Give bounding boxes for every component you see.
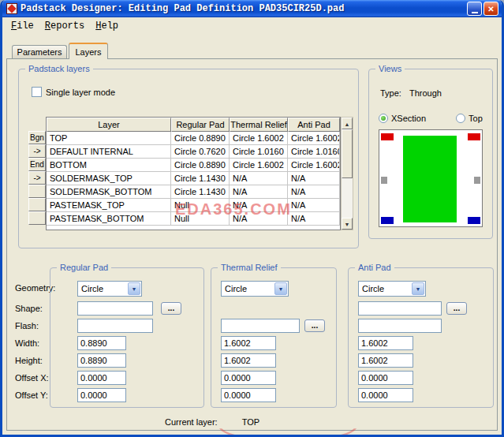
layer-cell[interactable]: Circle 1.0160	[230, 145, 288, 159]
layer-cell[interactable]: Circle 1.6002	[230, 159, 288, 172]
layer-cell[interactable]: Circle 0.7620	[171, 145, 230, 159]
bottom-pad-left	[381, 217, 394, 224]
layer-cell[interactable]: PASTEMASK_TOP	[47, 199, 171, 212]
layer-row[interactable]: SOLDERMASK_TOPCircle 1.1430N/AN/A	[47, 172, 340, 185]
layer-marker-button[interactable]: Bgn	[28, 131, 46, 144]
tab-parameters[interactable]: Parameters	[12, 45, 67, 59]
column-header[interactable]: Anti Pad	[288, 118, 340, 132]
layer-cell[interactable]: N/A	[230, 212, 288, 226]
anti-pad-height-input[interactable]	[358, 353, 413, 368]
flash-label: Flash:	[15, 321, 39, 331]
anti-pad-width-input[interactable]	[358, 336, 413, 350]
layer-row[interactable]: BOTTOMCircle 0.8890Circle 1.6002Circle 1…	[47, 159, 340, 172]
table-scrollbar[interactable]: ▲ ▼	[341, 117, 353, 230]
layer-row[interactable]: PASTEMASK_TOPNullN/AN/A	[47, 199, 340, 212]
xsection-radio[interactable]	[379, 114, 388, 123]
xsection-preview	[379, 129, 483, 227]
top-radio[interactable]	[456, 114, 465, 123]
chevron-down-icon[interactable]: ▼	[128, 282, 140, 295]
anti-pad-geometry-select[interactable]: Circle ▼	[358, 281, 426, 297]
regular-pad-shape-browse-button[interactable]: ...	[161, 302, 181, 315]
current-layer-value: TOP	[242, 417, 259, 427]
thermal-relief-flash-input[interactable]	[221, 319, 300, 333]
layer-cell[interactable]: N/A	[288, 185, 340, 199]
regular-pad-offset-y-input[interactable]	[77, 388, 126, 402]
layer-cell[interactable]: Circle 1.6002	[288, 132, 340, 145]
layer-marker-button[interactable]: End	[28, 158, 46, 171]
layer-cell[interactable]: N/A	[230, 199, 288, 212]
checkbox-icon[interactable]	[32, 87, 42, 97]
scroll-down-icon[interactable]: ▼	[342, 218, 353, 230]
layer-cell[interactable]: N/A	[288, 212, 340, 226]
regular-pad-offset-x-input[interactable]	[77, 371, 126, 385]
regular-pad-geometry-select[interactable]: Circle ▼	[77, 281, 142, 297]
layer-marker-button[interactable]	[28, 198, 46, 211]
checkbox-label: Single layer mode	[46, 88, 115, 97]
layer-cell[interactable]: N/A	[230, 185, 288, 199]
layer-cell[interactable]: Null	[171, 212, 230, 226]
layer-cell[interactable]: DEFAULT INTERNAL	[47, 145, 171, 159]
anti-pad-offset-y-input[interactable]	[358, 388, 413, 402]
thermal-relief-height-input[interactable]	[221, 353, 276, 368]
layers-table: Bgn->End-> LayerRegular PadThermal Relie…	[28, 117, 353, 230]
layer-marker-button[interactable]: ->	[28, 171, 46, 185]
layer-marker-button[interactable]: ->	[28, 144, 46, 158]
thermal-relief-width-input[interactable]	[221, 336, 276, 350]
layer-cell[interactable]: Null	[171, 199, 230, 212]
layer-row[interactable]: SOLDERMASK_BOTTOMCircle 1.1430N/AN/A	[47, 185, 340, 199]
layer-row[interactable]: PASTEMASK_BOTTOMNullN/AN/A	[47, 212, 340, 226]
thermal-relief-offset-x-input[interactable]	[221, 371, 276, 385]
titlebar[interactable]: Padstack Designer: Editing Pad Definitio…	[2, 0, 502, 17]
layer-cell[interactable]: Circle 1.6002	[230, 132, 288, 145]
regular-pad-width-input[interactable]	[77, 336, 126, 350]
anti-pad-flash-input[interactable]	[358, 319, 442, 333]
chevron-down-icon[interactable]: ▼	[274, 282, 287, 295]
layer-row[interactable]: DEFAULT INTERNALCircle 0.7620Circle 1.01…	[47, 145, 340, 159]
layer-cell[interactable]: Circle 1.1430	[171, 185, 230, 199]
close-button[interactable]: ✕	[483, 2, 498, 16]
column-header[interactable]: Layer	[47, 118, 171, 132]
layer-cell[interactable]: N/A	[288, 172, 340, 185]
type-label: Type:	[380, 88, 401, 98]
height-label: Height:	[15, 356, 43, 365]
layer-cell[interactable]: Circle 0.8890	[171, 159, 230, 172]
scrollbar-thumb[interactable]	[342, 129, 353, 178]
menu-help[interactable]: Help	[90, 18, 124, 34]
layer-cell[interactable]: Circle 0.8890	[171, 132, 230, 145]
menu-file[interactable]: File	[6, 18, 39, 34]
layer-cell[interactable]: N/A	[230, 172, 288, 185]
group-title: Padstack layers	[25, 64, 93, 73]
layer-cell[interactable]: BOTTOM	[47, 159, 171, 172]
anti-pad-offset-x-input[interactable]	[358, 371, 413, 385]
single-layer-mode-checkbox[interactable]: Single layer mode	[32, 87, 115, 97]
column-header[interactable]: Regular Pad	[171, 118, 230, 132]
thermal-relief-offset-y-input[interactable]	[221, 388, 276, 402]
column-header[interactable]: Thermal Relief	[230, 118, 288, 132]
layer-cell[interactable]: Circle 1.0160	[288, 145, 340, 159]
layer-cell[interactable]: TOP	[47, 132, 171, 145]
layer-marker-button[interactable]	[28, 185, 46, 198]
layer-cell[interactable]: N/A	[288, 199, 340, 212]
layer-cell[interactable]: SOLDERMASK_TOP	[47, 172, 171, 185]
layer-marker-button[interactable]	[28, 211, 46, 225]
tab-layers[interactable]: Layers	[69, 43, 108, 59]
xsection-label: XSection	[391, 114, 426, 123]
anti-pad-shape-browse-button[interactable]: ...	[446, 302, 467, 315]
regular-pad-height-input[interactable]	[77, 353, 126, 368]
scroll-up-icon[interactable]: ▲	[342, 118, 353, 129]
minimize-button[interactable]	[467, 2, 482, 16]
anti-pad-shape-input[interactable]	[358, 301, 442, 316]
regular-pad-shape-input[interactable]	[77, 301, 153, 316]
chevron-down-icon[interactable]: ▼	[412, 282, 424, 295]
bottom-pad-right	[468, 217, 480, 224]
menu-reports[interactable]: Reports	[39, 18, 90, 34]
layer-row[interactable]: TOPCircle 0.8890Circle 1.6002Circle 1.60…	[47, 132, 340, 145]
thermal-relief-flash-browse-button[interactable]: ...	[304, 319, 325, 332]
current-layer-row: Current layer: TOP	[165, 417, 259, 427]
layer-cell[interactable]: Circle 1.1430	[171, 172, 230, 185]
layer-cell[interactable]: PASTEMASK_BOTTOM	[47, 212, 171, 226]
thermal-relief-geometry-select[interactable]: Circle ▼	[221, 281, 289, 297]
regular-pad-flash-input[interactable]	[77, 319, 153, 333]
layer-cell[interactable]: Circle 1.6002	[288, 159, 340, 172]
layer-cell[interactable]: SOLDERMASK_BOTTOM	[47, 185, 171, 199]
